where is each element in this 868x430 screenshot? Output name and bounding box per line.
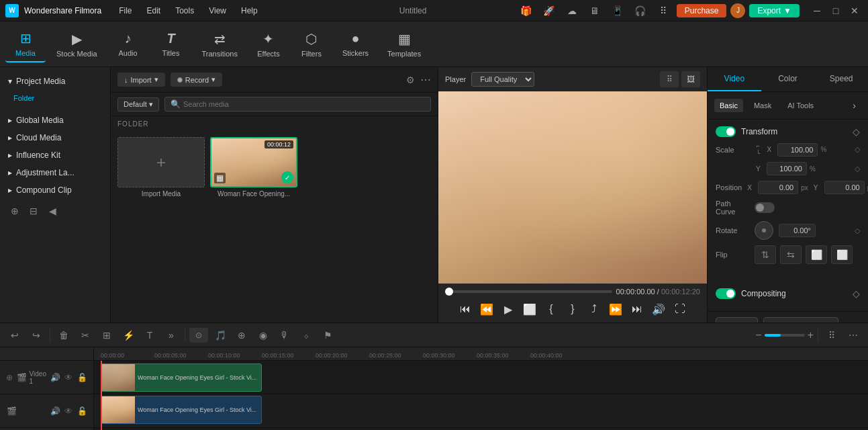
menu-edit[interactable]: Edit xyxy=(140,3,168,18)
import-media-item[interactable]: + Import Media xyxy=(117,137,205,198)
transform-toggle[interactable] xyxy=(716,126,736,137)
flip-btn-3[interactable]: ⬜ xyxy=(806,245,827,264)
collapse-sidebar-button[interactable]: ◀ xyxy=(44,203,60,219)
sub-tab-mask[interactable]: Mask xyxy=(749,99,777,112)
sidebar-cloud-media[interactable]: ▸ Cloud Media xyxy=(0,129,110,146)
track2-lock-button[interactable]: 🔓 xyxy=(76,405,88,417)
reset-button[interactable]: Reset xyxy=(716,317,758,322)
toolbar-titles[interactable]: T Titles xyxy=(151,27,191,61)
timeline-settings-button[interactable]: ⋯ xyxy=(844,326,863,345)
video-media-item[interactable]: 00:00:12 ▦ ✓ Woman Face Opening... xyxy=(210,137,297,198)
headset-icon[interactable]: 🎧 xyxy=(631,3,650,19)
rotate-keyframe[interactable]: ◇ xyxy=(855,226,860,235)
fullscreen-button[interactable]: ⛶ xyxy=(671,300,689,318)
scale-x-input[interactable] xyxy=(777,143,818,157)
grid-icon[interactable]: ⠿ xyxy=(654,3,673,19)
color-match-button[interactable]: ◉ xyxy=(254,326,273,345)
compositing-keyframe-icon[interactable]: ◇ xyxy=(853,288,860,299)
compositing-toggle[interactable] xyxy=(716,288,736,299)
sub-tab-basic[interactable]: Basic xyxy=(714,99,743,112)
link-icon[interactable]: ⌐ └ xyxy=(756,142,760,157)
video-clip-1[interactable]: Woman Face Opening Eyes Girl - Stock Vi.… xyxy=(101,363,262,392)
play-button[interactable]: ▶ xyxy=(499,300,518,318)
flip-vertical-button[interactable]: ⇆ xyxy=(780,245,802,264)
timeline-undo-button[interactable]: ↩ xyxy=(5,326,24,345)
timeline-crop-button[interactable]: ⊞ xyxy=(97,326,116,345)
timeline-thumb[interactable] xyxy=(445,288,453,296)
track2-eye-button[interactable]: 👁 xyxy=(62,405,75,417)
sub-tabs-more[interactable]: › xyxy=(847,97,861,114)
stop-button[interactable]: ⬜ xyxy=(520,300,539,318)
track2-icon-button[interactable]: 🎬 xyxy=(5,405,17,417)
ripple-edit-button[interactable]: ⊕ xyxy=(232,326,251,345)
toolbar-audio[interactable]: ♪ Audio xyxy=(108,27,148,61)
sidebar-adjustment[interactable]: ▸ Adjustment La... xyxy=(0,164,110,181)
import-button[interactable]: ↓ Import ▾ xyxy=(117,73,165,87)
image-view-button[interactable]: 🖼 xyxy=(681,71,700,87)
media-filter-button[interactable]: ⚙ xyxy=(406,75,415,85)
zoom-out-button[interactable]: − xyxy=(755,329,761,341)
sidebar-folder[interactable]: Folder xyxy=(0,90,110,106)
track-icon-button[interactable]: 🎬 xyxy=(17,372,27,384)
mark-out-button[interactable]: } xyxy=(563,300,582,318)
track-add-button[interactable]: ⊕ xyxy=(5,372,14,384)
timeline-redo-button[interactable]: ↪ xyxy=(27,326,46,345)
track-lock-button[interactable]: 🔓 xyxy=(76,372,88,384)
close-button[interactable]: ✕ xyxy=(847,4,863,17)
timeline-delete-button[interactable]: 🗑 xyxy=(54,326,73,345)
timeline-cut-button[interactable]: ✂ xyxy=(76,326,95,345)
sub-tab-ai-tools[interactable]: AI Tools xyxy=(782,99,819,112)
avatar[interactable]: J xyxy=(730,3,745,18)
search-input[interactable] xyxy=(183,100,425,108)
record-button[interactable]: Record ▾ xyxy=(171,73,222,87)
zoom-slider[interactable] xyxy=(765,334,805,337)
zoom-in-button[interactable]: + xyxy=(808,329,814,341)
minimize-button[interactable]: ─ xyxy=(809,4,825,17)
tab-video[interactable]: Video xyxy=(708,67,761,91)
add-to-timeline-button[interactable]: ⤴ xyxy=(585,300,604,318)
menu-tools[interactable]: Tools xyxy=(168,3,201,18)
flip-horizontal-button[interactable]: ⇅ xyxy=(755,245,776,264)
purchase-button[interactable]: Purchase xyxy=(677,4,727,17)
quality-select[interactable]: Full Quality xyxy=(471,72,534,87)
sort-select[interactable]: Default ▾ xyxy=(117,97,159,112)
track-mute-button[interactable]: 🔊 xyxy=(49,372,61,384)
add-folder-button[interactable]: ⊕ xyxy=(7,203,23,219)
toolbar-transitions[interactable]: ⇄ Transitions xyxy=(194,27,246,62)
sidebar-compound-clip[interactable]: ▸ Compound Clip xyxy=(0,181,110,199)
transform-keyframe-icon[interactable]: ◇ xyxy=(853,126,860,137)
menu-view[interactable]: View xyxy=(202,3,233,18)
export-button[interactable]: Export ▼ xyxy=(749,4,800,17)
cloud-icon[interactable]: ☁ xyxy=(563,3,581,19)
toolbar-stickers[interactable]: ● Stickers xyxy=(334,27,377,61)
position-x-input[interactable] xyxy=(758,181,798,194)
mark-in-button[interactable]: { xyxy=(542,300,561,318)
track2-mute-button[interactable]: 🔊 xyxy=(49,405,61,417)
toolbar-templates[interactable]: ▦ Templates xyxy=(379,27,429,62)
timeline-text-button[interactable]: T xyxy=(140,326,159,345)
grid-view-button[interactable]: ⠿ xyxy=(660,71,679,87)
audio-button[interactable]: 🔊 xyxy=(649,300,668,318)
keyframe-panel-button[interactable]: Keyframe Panel xyxy=(763,317,838,322)
video-clip-2[interactable]: Woman Face Opening Eyes Girl - Stock Vi.… xyxy=(101,396,262,424)
toolbar-effects[interactable]: ✦ Effects xyxy=(248,27,289,62)
toolbar-media[interactable]: ⊞ Media xyxy=(5,26,46,62)
toolbar-filters[interactable]: ⬡ Filters xyxy=(291,27,332,62)
rocket-icon[interactable]: 🚀 xyxy=(540,3,559,19)
rotate-input[interactable] xyxy=(779,224,816,237)
media-more-button[interactable]: ⋯ xyxy=(420,73,431,86)
sidebar-project-media[interactable]: ▾ Project Media xyxy=(0,73,110,90)
menu-file[interactable]: File xyxy=(112,3,138,18)
skip-forward-button[interactable]: ⏭ xyxy=(628,300,646,318)
tab-color[interactable]: Color xyxy=(761,67,815,91)
stabilize-button[interactable]: ⬦ xyxy=(297,326,316,345)
path-curve-toggle[interactable] xyxy=(755,202,775,213)
scale-y-keyframe[interactable]: ◇ xyxy=(855,165,860,173)
timeline-split-audio-button[interactable]: ⚡ xyxy=(119,326,138,345)
monitor-icon[interactable]: 🖥 xyxy=(585,3,604,19)
timeline-more-button[interactable]: » xyxy=(162,326,181,345)
audio-mix-button[interactable]: 🎙 xyxy=(275,326,294,345)
sidebar-global-media[interactable]: ▸ Global Media xyxy=(0,112,110,129)
scale-x-keyframe[interactable]: ◇ xyxy=(855,145,860,154)
markers-button[interactable]: ⚑ xyxy=(318,326,337,345)
